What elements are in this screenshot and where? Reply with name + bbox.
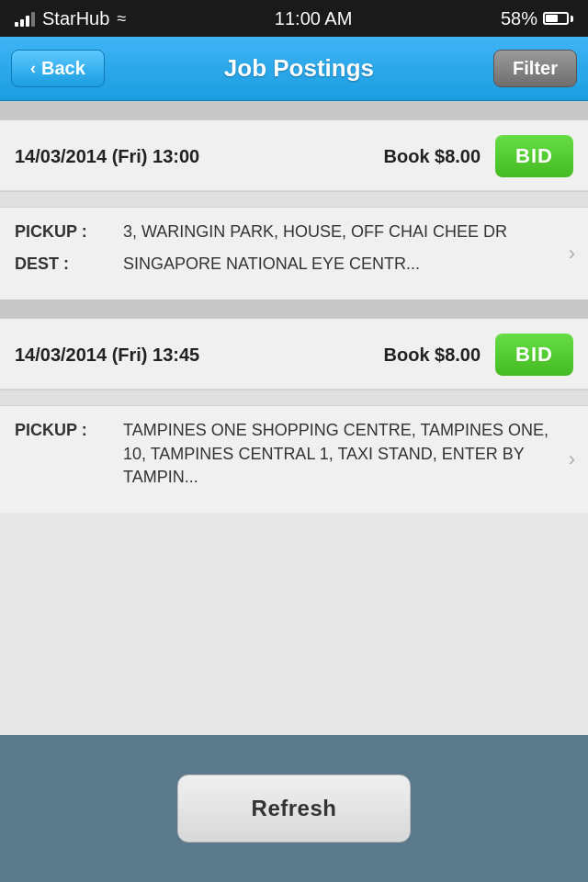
bottom-area: Refresh — [0, 735, 588, 882]
pickup-label: PICKUP : — [15, 419, 116, 440]
job-datetime: 14/03/2014 (Fri) 13:00 — [15, 146, 199, 167]
bid-button[interactable]: BID — [495, 334, 573, 376]
pickup-label: PICKUP : — [15, 220, 116, 242]
job-card: 14/03/2014 (Fri) 13:00 Book $8.00 BID PI… — [0, 119, 588, 300]
pickup-value: TAMPINES ONE SHOPPING CENTRE, TAMPINES O… — [123, 419, 573, 489]
battery-icon — [543, 12, 573, 25]
battery-percent: 58% — [501, 8, 537, 29]
filter-button[interactable]: Filter — [493, 50, 577, 87]
dest-row: DEST : SINGAPORE NATIONAL EYE CENTR... — [15, 253, 573, 276]
chevron-left-icon: ‹ — [30, 59, 36, 78]
card-divider — [0, 191, 588, 208]
card-divider — [0, 390, 588, 406]
status-left: StarHub ≈ — [15, 8, 126, 29]
job-header: 14/03/2014 (Fri) 13:45 Book $8.00 BID — [0, 318, 588, 390]
status-bar: StarHub ≈ 11:00 AM 58% — [0, 0, 588, 37]
top-gap — [0, 101, 588, 119]
detail-chevron-icon[interactable]: › — [569, 242, 575, 266]
carrier-label: StarHub — [42, 8, 109, 29]
job-datetime: 14/03/2014 (Fri) 13:45 — [15, 345, 199, 366]
refresh-button[interactable]: Refresh — [177, 775, 412, 842]
job-header: 14/03/2014 (Fri) 13:00 Book $8.00 BID — [0, 119, 588, 191]
status-right: 58% — [501, 8, 573, 29]
back-button[interactable]: ‹ Back — [11, 50, 105, 87]
bid-button[interactable]: BID — [495, 135, 573, 177]
job-card: 14/03/2014 (Fri) 13:45 Book $8.00 BID PI… — [0, 318, 588, 513]
pickup-row: PICKUP : 3, WARINGIN PARK, HOUSE, OFF CH… — [15, 220, 573, 243]
detail-chevron-icon[interactable]: › — [569, 447, 575, 471]
job-price: Book $8.00 — [384, 146, 481, 167]
dest-label: DEST : — [15, 253, 116, 274]
job-price: Book $8.00 — [384, 345, 481, 366]
mid-gap — [0, 300, 588, 318]
job-body: PICKUP : 3, WARINGIN PARK, HOUSE, OFF CH… — [0, 208, 588, 300]
page-title: Job Postings — [224, 54, 374, 83]
pickup-value: 3, WARINGIN PARK, HOUSE, OFF CHAI CHEE D… — [123, 220, 573, 243]
job-body: PICKUP : TAMPINES ONE SHOPPING CENTRE, T… — [0, 406, 588, 513]
signal-icon — [15, 10, 35, 27]
nav-bar: ‹ Back Job Postings Filter — [0, 37, 588, 101]
wifi-icon: ≈ — [117, 9, 126, 28]
time-label: 11:00 AM — [275, 8, 353, 29]
dest-value: SINGAPORE NATIONAL EYE CENTR... — [123, 253, 573, 276]
pickup-row: PICKUP : TAMPINES ONE SHOPPING CENTRE, T… — [15, 419, 573, 489]
